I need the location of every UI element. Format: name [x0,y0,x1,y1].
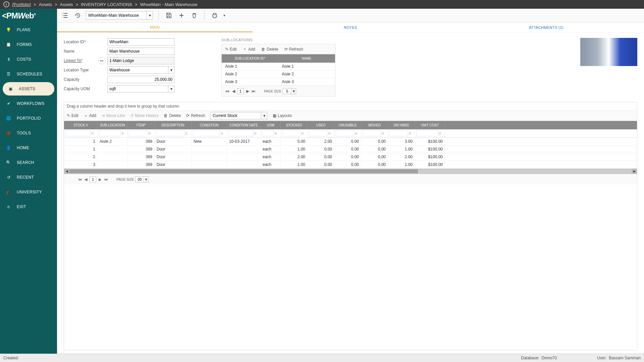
grid-move-line-button[interactable]: ➔Move Line [102,113,125,118]
subloc-refresh-button[interactable]: ⟳Refresh [284,46,303,52]
grid-page-input[interactable] [90,176,96,182]
delete-icon[interactable] [190,11,199,20]
chevron-down-icon[interactable]: ▾ [168,85,174,92]
subloc-header-name[interactable]: NAME [278,54,335,63]
group-by-bar[interactable]: Drag a column header and drop it here to… [64,102,637,111]
scroll-right-icon[interactable]: ▶ [632,169,637,174]
grid-header-cell[interactable]: ON HAND [388,121,415,129]
prev-page-icon[interactable]: ◀ [84,177,88,182]
tab-attachments[interactable]: ATTACHMENTS (2) [448,22,644,32]
grid-header-cell[interactable]: USED [308,121,334,129]
record-selector[interactable]: ▾ [86,11,153,20]
prev-page-icon[interactable]: ◀ [231,89,236,94]
grid-edit-button[interactable]: ✎Edit [67,113,78,118]
sidebar-item-schedules[interactable]: ☰SCHEDULES [0,67,57,81]
sidebar-item-workflows[interactable]: ✔WORKFLOWS [0,96,57,111]
grid-filter-input[interactable] [228,130,254,136]
grid-filter-input[interactable] [193,130,220,136]
sidebar-item-search[interactable]: 🔍SEARCH [0,155,57,170]
grid-add-button[interactable]: ＋Add [84,113,96,119]
filter-icon[interactable]: ≡ [185,131,190,136]
grid-header-cell[interactable]: STOCKED [281,121,308,129]
subloc-header-id[interactable]: SUB-LOCATION ID* [222,54,278,63]
location-id-input[interactable] [107,38,174,46]
last-page-icon[interactable]: ⏭ [251,89,256,94]
sidebar-item-tools[interactable]: 💼TOOLS [0,126,57,140]
grid-header-cell[interactable]: CONDITION DATE [227,121,261,129]
grid-filter-input[interactable] [65,130,91,136]
filter-icon[interactable]: ≡ [382,131,386,136]
filter-icon[interactable]: ≡ [148,131,153,136]
add-icon[interactable] [177,11,186,20]
grid-header-cell[interactable]: DESCRIPTION [155,121,192,129]
filter-icon[interactable]: ≡ [254,131,259,136]
breadcrumb-2[interactable]: Assets [60,2,73,7]
location-image[interactable] [580,38,637,66]
grid-filter-input[interactable] [363,130,381,136]
tab-main[interactable]: MAIN [57,22,253,32]
subloc-add-button[interactable]: ＋Add [243,46,255,52]
grid-filter-input[interactable] [309,130,327,136]
horizontal-scrollbar[interactable]: ◀ ▶ [64,169,637,174]
name-input[interactable] [107,48,174,55]
grid-page-size[interactable]: ▾ [135,176,149,182]
grid-filter-input[interactable] [336,130,354,136]
sidebar-item-plans[interactable]: 💡PLANS [0,22,57,37]
filter-icon[interactable]: ≡ [274,131,279,136]
grid-refresh-button[interactable]: ⟳Refresh [186,113,205,118]
sidebar-item-home[interactable]: 👤HOME [0,140,57,155]
first-page-icon[interactable]: ⏮ [225,89,230,94]
filter-icon[interactable]: ≡ [355,131,360,136]
print-dropdown-icon[interactable]: ▾ [223,11,226,20]
sidebar-item-university[interactable]: 🎓UNIVERSITY [0,185,57,199]
grid-header-cell[interactable]: UNIT COST [415,121,445,129]
record-selector-input[interactable] [86,11,147,19]
grid-row[interactable]: 3369Dooreach1.000.000.000.001.00$100.00 [64,161,637,169]
grid-filter-input[interactable] [282,130,301,136]
next-page-icon[interactable]: ▶ [98,177,102,182]
capacity-input[interactable] [107,76,174,83]
subloc-page-input[interactable] [237,88,244,94]
filter-icon[interactable]: ≡ [328,131,333,136]
breadcrumb-1[interactable]: Assets [39,2,52,7]
grid-filter-input[interactable] [129,130,148,136]
filter-icon[interactable]: ≡ [439,131,443,136]
chevron-down-icon[interactable]: ▾ [261,112,267,119]
breadcrumb-3[interactable]: INVENTORY LOCATIONS [81,2,132,7]
scroll-left-icon[interactable]: ◀ [64,169,69,174]
breadcrumb-portfolio[interactable]: (Portfolio) [12,2,31,7]
chevron-down-icon[interactable]: ▾ [291,88,296,94]
grid-header-cell[interactable]: CONDITION [192,121,227,129]
tab-notes[interactable]: NOTES [253,22,448,32]
grid-delete-button[interactable]: 🗑Delete [164,113,181,118]
app-logo[interactable]: <PMWeb® [0,9,57,22]
last-page-icon[interactable]: ⏭ [104,177,108,182]
location-type-select[interactable]: ▾ [107,66,174,74]
subloc-row[interactable]: Aisle 1Aisle 1 [222,63,335,70]
grid-header-cell[interactable]: ITEM* [128,121,155,129]
print-icon[interactable] [210,11,219,20]
filter-icon[interactable]: ≡ [221,131,225,136]
ellipsis-icon[interactable]: ••• [98,57,105,64]
subloc-edit-button[interactable]: ✎Edit [225,46,237,52]
save-icon[interactable] [164,11,173,20]
chevron-down-icon[interactable]: ▾ [144,177,148,182]
subloc-row[interactable]: Aisle 3Aisle 3 [222,78,335,86]
grid-header-cell[interactable]: UNUSABLE [334,121,361,129]
chevron-down-icon[interactable]: ▾ [168,67,174,73]
grid-filter-input[interactable] [262,130,274,136]
filter-icon[interactable]: ≡ [301,131,306,136]
sidebar-item-assets[interactable]: ▣ASSETS [3,82,54,96]
grid-filter-input[interactable] [156,130,184,136]
filter-icon[interactable]: ≡ [409,131,413,136]
sidebar-item-exit[interactable]: ⎋EXIT [0,199,57,214]
subloc-row[interactable]: Aisle 2Aisle 2 [222,70,335,78]
grid-filter-input[interactable] [389,130,408,136]
grid-filter-select[interactable]: ▾ [210,112,267,119]
first-page-icon[interactable]: ⏮ [77,177,82,182]
linked-to-input[interactable] [107,57,174,64]
sidebar-item-portfolio[interactable]: 🌐PORTFOLIO [0,111,57,126]
subloc-delete-button[interactable]: 🗑Delete [261,46,278,52]
grid-header-cell[interactable]: SUB-LOCATION [98,121,128,129]
grid-row[interactable]: 1369Dooreach1.000.000.000.001.00$100.00 [64,145,637,153]
